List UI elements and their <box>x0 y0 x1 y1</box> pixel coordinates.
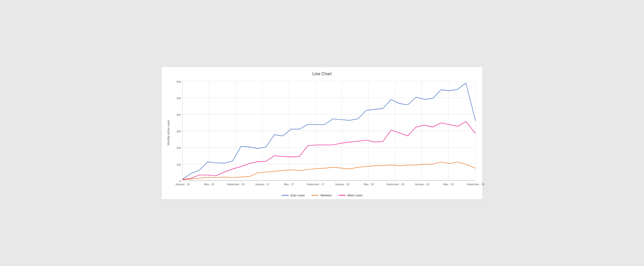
svg-text:September - 19: September - 19 <box>467 182 484 186</box>
svg-text:January - 18: January - 18 <box>335 182 349 186</box>
svg-text:September - 16: September - 16 <box>227 182 244 186</box>
east-coast-line <box>182 83 475 179</box>
midwest-legend-label: Midwest <box>320 194 332 197</box>
svg-text:September - 18: September - 18 <box>386 182 404 186</box>
west-coast-legend-label: West coast <box>348 194 362 197</box>
svg-text:January - 17: January - 17 <box>255 182 270 186</box>
svg-text:May - 16: May - 16 <box>204 182 214 186</box>
grid-and-lines: .grid-line { stroke: #d0d0d0; stroke-wid… <box>172 79 478 186</box>
svg-text:September - 17: September - 17 <box>306 182 324 186</box>
svg-text:200: 200 <box>176 146 181 149</box>
midwest-legend-line <box>312 195 318 196</box>
svg-text:500: 500 <box>176 97 181 100</box>
chart-inner: .grid-line { stroke: #d0d0d0; stroke-wid… <box>172 79 478 186</box>
legend-east-coast: East coast <box>282 194 305 197</box>
midwest-line <box>182 162 475 180</box>
svg-text:600: 600 <box>176 80 181 83</box>
svg-text:May - 17: May - 17 <box>284 182 294 186</box>
west-coast-legend-line <box>338 195 346 196</box>
legend-midwest: Midwest <box>312 194 332 197</box>
svg-text:100: 100 <box>176 163 181 166</box>
legend-west-coast: West coast <box>338 194 362 197</box>
svg-text:0: 0 <box>180 180 181 182</box>
svg-text:January - 19: January - 19 <box>415 182 429 186</box>
svg-text:300: 300 <box>176 130 181 133</box>
west-coast-line <box>182 122 475 179</box>
svg-text:January - 16: January - 16 <box>176 182 190 186</box>
y-axis-label: Monthly active users <box>166 79 171 186</box>
east-coast-legend-label: East coast <box>290 194 305 197</box>
chart-title: Line Chart <box>166 72 478 76</box>
svg-text:May - 19: May - 19 <box>444 182 454 186</box>
chart-container: Line Chart Monthly active users .grid-li… <box>161 66 483 200</box>
svg-text:May - 18: May - 18 <box>364 182 374 186</box>
svg-text:400: 400 <box>176 114 181 116</box>
chart-svg: .grid-line { stroke: #d0d0d0; stroke-wid… <box>172 79 478 186</box>
east-coast-legend-line <box>282 195 289 196</box>
chart-area: Monthly active users .grid-line { stroke… <box>166 79 478 186</box>
chart-legend: East coast Midwest West coast <box>166 194 478 197</box>
